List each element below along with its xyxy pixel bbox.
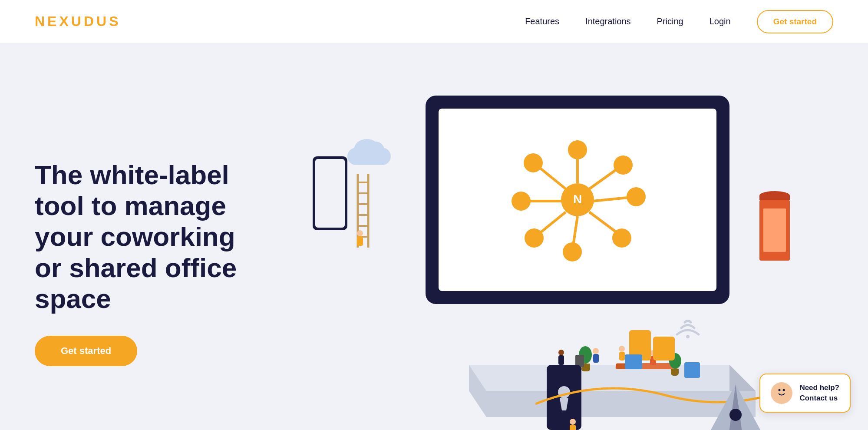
svg-line-16	[541, 169, 566, 189]
navbar: NEXUDUS Features Integrations Pricing Lo…	[0, 0, 868, 43]
network-icon: N	[499, 122, 656, 278]
laptop-body: N	[426, 96, 729, 304]
svg-line-8	[589, 212, 617, 232]
nav-pricing[interactable]: Pricing	[657, 17, 683, 26]
nav-cta-button[interactable]: Get started	[757, 10, 833, 33]
svg-line-6	[593, 198, 627, 201]
svg-text:N: N	[573, 192, 581, 206]
tent-decoration	[707, 382, 764, 430]
logo[interactable]: NEXUDUS	[35, 13, 121, 30]
orange-box-short	[653, 337, 675, 361]
svg-point-37	[779, 389, 781, 391]
nav-integrations[interactable]: Integrations	[585, 17, 631, 26]
svg-line-12	[541, 212, 566, 232]
svg-point-38	[783, 389, 785, 391]
laptop-screen: N	[439, 109, 716, 291]
hero-cta-button[interactable]: Get started	[35, 336, 137, 366]
person-right	[619, 346, 625, 361]
phone-booth	[759, 191, 790, 261]
svg-point-32	[686, 335, 690, 338]
nav-links: Features Integrations Pricing Login Get …	[525, 10, 833, 33]
svg-line-10	[573, 216, 578, 245]
chair-right	[625, 354, 642, 369]
laptop-illustration: N	[426, 96, 729, 313]
cloud-decoration	[347, 148, 391, 165]
person-ladder	[357, 230, 363, 246]
wifi-decoration	[673, 313, 703, 339]
svg-point-7	[627, 187, 646, 206]
person-standing	[593, 348, 599, 363]
svg-point-9	[612, 228, 631, 248]
svg-line-4	[589, 169, 617, 189]
nav-login[interactable]: Login	[710, 17, 731, 26]
help-text: Need help? Contact us	[799, 383, 839, 404]
svg-point-13	[525, 228, 544, 248]
hero-illustration: N	[261, 69, 833, 430]
svg-point-5	[614, 155, 633, 175]
hero-heading: The white-label tool to manage your cowo…	[35, 159, 261, 314]
help-widget[interactable]: Need help? Contact us	[759, 374, 851, 413]
svg-point-35	[729, 409, 742, 421]
svg-point-17	[524, 153, 543, 172]
help-avatar	[771, 382, 792, 404]
person-coat	[558, 350, 564, 365]
svg-point-15	[512, 192, 531, 211]
hero-section: The white-label tool to manage your cowo…	[0, 43, 868, 430]
svg-point-11	[563, 242, 582, 261]
device-screen	[315, 159, 345, 228]
tablet-device-left	[313, 156, 347, 230]
svg-point-3	[568, 140, 587, 159]
help-avatar-icon	[771, 382, 792, 404]
hero-text-block: The white-label tool to manage your cowo…	[35, 159, 261, 366]
nav-features[interactable]: Features	[525, 17, 559, 26]
